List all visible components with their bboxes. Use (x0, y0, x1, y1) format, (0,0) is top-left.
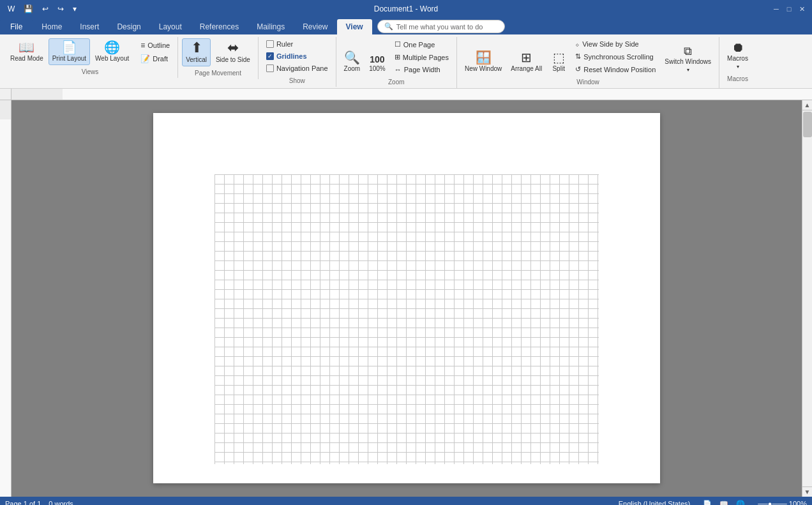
print-layout-button[interactable]: 📄 Print Layout (49, 38, 90, 65)
100pct-button[interactable]: 100 100% (365, 52, 389, 75)
100pct-icon: 100 (370, 55, 384, 64)
minimize-button[interactable]: ─ (771, 4, 781, 14)
switch-windows-button[interactable]: ⧉ Switch Windows ▾ (661, 43, 715, 75)
quick-access-dropdown[interactable]: ▾ (70, 3, 79, 15)
web-layout-icon: 🌐 (104, 41, 120, 54)
tab-home[interactable]: Home (33, 19, 71, 34)
new-window-label: New Window (465, 65, 502, 73)
web-layout-button[interactable]: 🌐 Web Layout (91, 38, 133, 65)
save-button[interactable]: 💾 (21, 3, 36, 15)
gridlines-button[interactable]: ✓ Gridlines (262, 50, 311, 62)
view-side-by-side-icon: ⬦ (575, 40, 580, 48)
word-logo[interactable]: W (5, 3, 17, 15)
scroll-up-arrow[interactable]: ▲ (802, 100, 813, 110)
zoom-slider[interactable]: ──●─── 100% (758, 500, 807, 505)
page-width-label: Page Width (404, 66, 440, 73)
macros-label: Macros (727, 55, 748, 63)
status-web-view[interactable]: 🌐 (736, 500, 745, 506)
horizontal-ruler: // These will be drawn via JS below (11, 89, 812, 100)
synchronous-scrolling-label: Synchronous Scrolling (583, 53, 653, 61)
gridlines-label: Gridlines (276, 52, 307, 60)
ruler-button[interactable]: Ruler (262, 38, 297, 50)
show-buttons: Ruler ✓ Gridlines Navigation Pane (262, 38, 332, 74)
tab-view[interactable]: View (337, 19, 372, 34)
document-area[interactable] (11, 100, 802, 497)
tab-references[interactable]: References (191, 19, 248, 34)
status-read-view[interactable]: 📖 (719, 500, 728, 506)
views-group-label: Views (6, 66, 174, 77)
outline-button[interactable]: ≡ Outline (137, 39, 174, 52)
synchronous-scrolling-icon: ⇅ (575, 52, 581, 61)
title-bar-left: W 💾 ↩ ↪ ▾ (5, 3, 79, 15)
tab-file[interactable]: File (0, 19, 33, 34)
navigation-pane-label: Navigation Pane (276, 64, 328, 72)
page-movement-group-label: Page Movement (182, 68, 254, 78)
vertical-scrollbar[interactable]: ▲ ▼ (802, 100, 812, 497)
side-to-side-icon: ⬌ (227, 41, 239, 55)
zoom-button[interactable]: 🔍 Zoom (340, 49, 365, 75)
window-small-group: ⬦ View Side by Side ⇅ Synchronous Scroll… (571, 38, 659, 75)
title-bar-title: Document1 - Word (374, 4, 438, 13)
tab-review[interactable]: Review (294, 19, 336, 34)
ribbon-group-show: Ruler ✓ Gridlines Navigation Pane Show (259, 37, 336, 87)
view-side-by-side-button[interactable]: ⬦ View Side by Side (571, 38, 659, 50)
zoom-group-label: Zoom (340, 77, 453, 87)
navigation-pane-button[interactable]: Navigation Pane (262, 63, 332, 74)
window-buttons: 🪟 New Window ⊞ Arrange All ⬚ Split ⬦ (461, 38, 715, 75)
macros-arrow: ▾ (737, 64, 739, 70)
tell-me-text: Tell me what you want to do (396, 23, 483, 31)
macros-button[interactable]: ⏺ Macros ▾ (723, 38, 752, 72)
scroll-thumb[interactable] (803, 112, 812, 137)
tab-insert[interactable]: Insert (71, 19, 108, 34)
page-info: Page 1 of 1 (5, 500, 41, 505)
reset-window-position-button[interactable]: ↺ Reset Window Position (571, 63, 659, 75)
reset-window-label: Reset Window Position (583, 66, 656, 73)
vertical-button[interactable]: ⬆ Vertical (182, 38, 211, 66)
side-to-side-button[interactable]: ⬌ Side to Side (212, 38, 254, 66)
vertical-icon: ⬆ (191, 41, 202, 55)
multiple-pages-button[interactable]: ⊞ Multiple Pages (391, 51, 453, 63)
language: English (United States) (619, 500, 691, 505)
redo-button[interactable]: ↪ (55, 3, 66, 15)
svg-rect-3 (0, 100, 11, 119)
zoom-buttons: 🔍 Zoom 100 100% ☐ One Page ⊞ Multiple Pa… (340, 38, 453, 75)
views-buttons: 📖 Read Mode 📄 Print Layout 🌐 Web Layout … (6, 38, 174, 65)
view-side-by-side-label: View Side by Side (582, 40, 638, 48)
multiple-pages-icon: ⊞ (395, 53, 400, 61)
one-page-label: One Page (403, 41, 435, 49)
ribbon: File Home Insert Design Layout Reference… (0, 18, 812, 89)
one-page-button[interactable]: ☐ One Page (391, 38, 453, 50)
status-print-view[interactable]: 📄 (703, 500, 712, 506)
ribbon-content: 📖 Read Mode 📄 Print Layout 🌐 Web Layout … (0, 34, 812, 88)
zoom-icon: 🔍 (344, 51, 360, 64)
draft-label: Draft (153, 55, 168, 63)
zoom-small-group: ☐ One Page ⊞ Multiple Pages ↔ Page Width (391, 38, 453, 75)
main-area: ▲ ▼ (0, 100, 812, 497)
split-button[interactable]: ⬚ Split (547, 49, 570, 75)
switch-windows-label: Switch Windows (665, 58, 711, 66)
tab-design[interactable]: Design (108, 19, 149, 34)
vertical-label: Vertical (186, 56, 207, 64)
reset-window-icon: ↺ (575, 65, 581, 73)
ribbon-group-zoom: 🔍 Zoom 100 100% ☐ One Page ⊞ Multiple Pa… (336, 37, 457, 88)
tab-layout[interactable]: Layout (150, 19, 191, 34)
synchronous-scrolling-button[interactable]: ⇅ Synchronous Scrolling (571, 50, 659, 63)
tab-mailings[interactable]: Mailings (248, 19, 294, 34)
maximize-button[interactable]: □ (784, 4, 794, 14)
draft-button[interactable]: 📝 Draft (137, 52, 174, 65)
ribbon-group-page-movement: ⬆ Vertical ⬌ Side to Side Page Movement (178, 37, 259, 79)
undo-button[interactable]: ↩ (40, 3, 51, 15)
arrange-all-button[interactable]: ⊞ Arrange All (507, 49, 546, 75)
document-content[interactable] (214, 174, 599, 464)
ruler-label: Ruler (276, 40, 293, 48)
page-width-icon: ↔ (395, 66, 402, 73)
read-mode-button[interactable]: 📖 Read Mode (6, 38, 47, 65)
new-window-icon: 🪟 (476, 51, 492, 64)
tell-me-bar[interactable]: 🔍 Tell me what you want to do (377, 20, 505, 33)
show-group-label: Show (262, 75, 332, 86)
close-button[interactable]: ✕ (797, 4, 807, 14)
new-window-button[interactable]: 🪟 New Window (461, 49, 506, 75)
page-width-button[interactable]: ↔ Page Width (391, 64, 453, 75)
outline-icon: ≡ (140, 41, 145, 50)
scroll-down-arrow[interactable]: ▼ (802, 486, 813, 497)
